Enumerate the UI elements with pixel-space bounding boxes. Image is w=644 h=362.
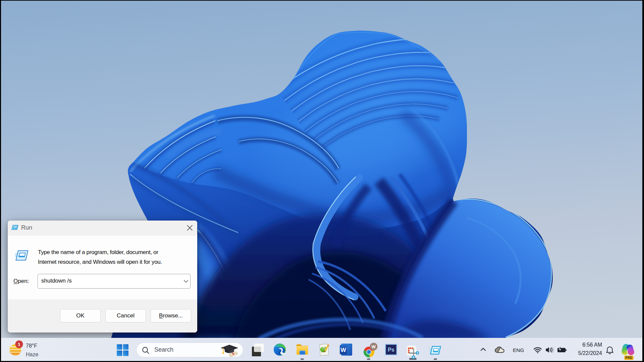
svg-text:W: W <box>340 347 346 353</box>
svg-text:1: 1 <box>18 342 20 347</box>
svg-text:PRE: PRE <box>625 356 633 360</box>
svg-text:W: W <box>372 344 376 349</box>
svg-text:Ps: Ps <box>388 347 394 353</box>
